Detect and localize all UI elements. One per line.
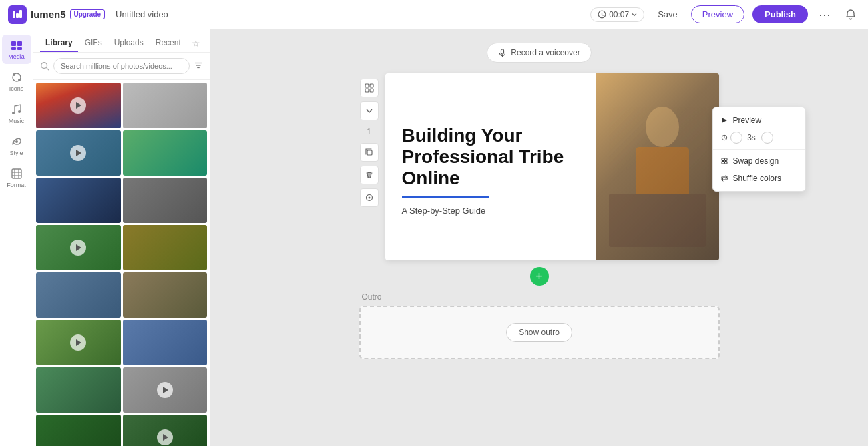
filter-button[interactable] bbox=[194, 61, 203, 72]
copy-button[interactable] bbox=[360, 143, 379, 162]
slide-image[interactable] bbox=[596, 73, 719, 260]
style-icon bbox=[10, 135, 23, 148]
context-menu: Preview − 3s + bbox=[712, 107, 806, 192]
clock-icon bbox=[598, 10, 606, 19]
more-options-button[interactable]: ⋯ bbox=[816, 5, 833, 25]
logo-text: lumen5 bbox=[31, 9, 66, 20]
svg-point-10 bbox=[18, 79, 21, 81]
svg-rect-14 bbox=[12, 169, 21, 178]
search-icon bbox=[40, 61, 49, 71]
bell-icon bbox=[845, 9, 856, 20]
duration-increase-button[interactable]: + bbox=[761, 132, 773, 144]
svg-point-33 bbox=[646, 107, 679, 147]
tab-gifs[interactable]: GIFs bbox=[79, 35, 107, 52]
play-overlay bbox=[70, 97, 86, 114]
media-thumb-15[interactable] bbox=[36, 415, 121, 446]
add-slide-icon: + bbox=[535, 270, 543, 284]
show-outro-button[interactable]: Show outro bbox=[506, 323, 572, 342]
media-thumb-4[interactable] bbox=[123, 130, 208, 176]
slide-title[interactable]: Building Your Professional Tribe Online bbox=[402, 125, 579, 190]
topbar: lumen5 Upgrade Untitled video 00:07 Save… bbox=[0, 0, 868, 29]
sidebar-icons: Media Icons Music Style bbox=[0, 29, 33, 446]
search-input[interactable] bbox=[53, 58, 190, 74]
svg-rect-40 bbox=[722, 162, 724, 164]
sidebar-item-media[interactable]: Media bbox=[2, 35, 31, 64]
svg-rect-26 bbox=[365, 84, 369, 87]
media-thumb-13[interactable] bbox=[36, 367, 121, 413]
svg-point-32 bbox=[368, 197, 370, 199]
svg-rect-1 bbox=[16, 13, 19, 18]
media-thumb-14[interactable] bbox=[123, 367, 208, 413]
svg-rect-7 bbox=[17, 47, 22, 50]
save-button[interactable]: Save bbox=[652, 7, 683, 22]
svg-rect-30 bbox=[367, 150, 372, 155]
main-layout: Media Icons Music Style bbox=[0, 29, 868, 446]
svg-rect-5 bbox=[17, 41, 22, 46]
slide-subtitle[interactable]: A Step-by-Step Guide bbox=[402, 206, 579, 216]
tab-recent[interactable]: Recent bbox=[150, 35, 186, 52]
sidebar-item-style[interactable]: Style bbox=[2, 131, 31, 160]
ctx-swap-design-item[interactable]: Swap design bbox=[713, 152, 805, 170]
media-tabs: Library GIFs Uploads Recent ☆ bbox=[33, 29, 210, 53]
duration-display[interactable]: 00:07 bbox=[590, 7, 644, 22]
chevron-down-icon bbox=[632, 12, 637, 17]
ctx-preview-item[interactable]: Preview bbox=[713, 112, 805, 129]
svg-marker-36 bbox=[722, 118, 727, 123]
sidebar-item-media-label: Media bbox=[8, 53, 25, 60]
media-thumb-10[interactable] bbox=[123, 272, 208, 318]
svg-rect-29 bbox=[370, 89, 373, 92]
media-thumb-9[interactable] bbox=[36, 272, 121, 318]
svg-rect-27 bbox=[370, 84, 373, 87]
duration-decrease-button[interactable]: − bbox=[730, 132, 742, 144]
media-thumb-5[interactable] bbox=[36, 178, 121, 223]
play-overlay bbox=[70, 145, 86, 161]
publish-button[interactable]: Publish bbox=[752, 5, 808, 23]
sidebar-item-format[interactable]: Format bbox=[2, 163, 31, 192]
tab-library[interactable]: Library bbox=[40, 35, 78, 52]
media-grid bbox=[33, 80, 210, 446]
add-scene-button[interactable] bbox=[360, 79, 379, 97]
voiceover-button[interactable]: Record a voiceover bbox=[487, 43, 591, 63]
sidebar-item-icons[interactable]: Icons bbox=[2, 67, 31, 96]
media-thumb-8[interactable] bbox=[123, 225, 208, 270]
svg-rect-6 bbox=[11, 47, 16, 50]
play-overlay bbox=[70, 240, 86, 256]
collapse-button[interactable] bbox=[360, 101, 379, 120]
settings-button[interactable] bbox=[360, 188, 379, 207]
video-title[interactable]: Untitled video bbox=[116, 9, 168, 19]
upgrade-badge[interactable]: Upgrade bbox=[70, 9, 105, 19]
media-thumb-12[interactable] bbox=[123, 320, 208, 365]
media-thumb-3[interactable] bbox=[36, 130, 121, 176]
office-scene-decoration bbox=[596, 73, 719, 260]
icons-icon bbox=[10, 71, 23, 84]
svg-point-9 bbox=[13, 73, 15, 76]
tab-uploads[interactable]: Uploads bbox=[109, 35, 149, 52]
sidebar-item-icons-label: Icons bbox=[9, 85, 24, 92]
outro-label: Outro bbox=[359, 292, 720, 302]
swap-design-icon bbox=[721, 158, 728, 164]
play-overlay bbox=[157, 382, 173, 398]
favorites-star-button[interactable]: ☆ bbox=[189, 35, 203, 51]
slide-content-left: Building Your Professional Tribe Online … bbox=[385, 73, 596, 260]
svg-rect-35 bbox=[609, 194, 706, 247]
logo-area: lumen5 Upgrade bbox=[8, 5, 105, 24]
media-thumb-7[interactable] bbox=[36, 225, 121, 270]
preview-button[interactable]: Preview bbox=[691, 5, 744, 23]
notifications-button[interactable] bbox=[841, 5, 860, 24]
media-icon bbox=[10, 39, 23, 52]
search-bar bbox=[33, 53, 210, 80]
media-thumb-16[interactable] bbox=[123, 415, 208, 446]
add-slide-button[interactable]: + bbox=[530, 267, 549, 286]
media-thumb-11[interactable] bbox=[36, 320, 121, 365]
sidebar-item-music[interactable]: Music bbox=[2, 99, 31, 128]
ctx-shuffle-colors-item[interactable]: Shuffle colors bbox=[713, 170, 805, 187]
slide-card[interactable]: Building Your Professional Tribe Online … bbox=[385, 73, 719, 260]
ctx-swap-design-label: Swap design bbox=[733, 156, 779, 166]
media-thumb-2[interactable] bbox=[123, 83, 208, 128]
svg-rect-2 bbox=[19, 10, 22, 18]
media-thumb-6[interactable] bbox=[123, 178, 208, 223]
play-icon bbox=[721, 117, 728, 124]
ctx-shuffle-colors-label: Shuffle colors bbox=[733, 174, 782, 183]
media-thumb-1[interactable] bbox=[36, 83, 121, 128]
delete-button[interactable] bbox=[360, 166, 379, 184]
